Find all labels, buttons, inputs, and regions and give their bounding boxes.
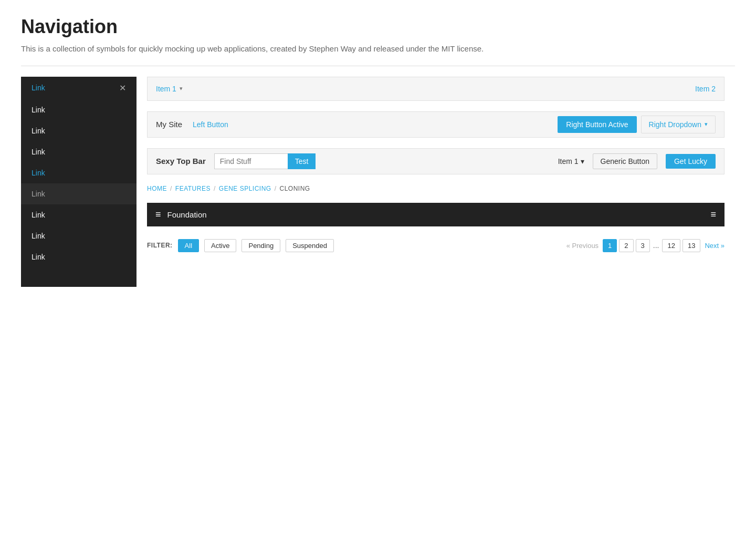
sidebar-item-1[interactable]: Link ✕	[21, 77, 136, 99]
sidebar-item-7[interactable]: Link	[21, 204, 136, 225]
filter-pagination-row: FILTER: All Active Pending Suspended « P…	[147, 237, 724, 254]
pagination-next[interactable]: Next »	[705, 242, 724, 250]
nav3-search-button[interactable]: Test	[288, 153, 316, 169]
pagination-previous[interactable]: « Previous	[566, 242, 598, 250]
filter-label: FILTER:	[147, 242, 173, 249]
nav-bar-3: Sexy Top Bar Test Item 1 ▾ Generic Butto…	[147, 148, 724, 174]
sidebar-item-8[interactable]: Link	[21, 225, 136, 246]
nav1-item1[interactable]: Item 1	[156, 85, 176, 93]
filter-all-button[interactable]: All	[178, 239, 199, 252]
divider	[21, 66, 735, 66]
sidebar-item-4[interactable]: Link	[21, 141, 136, 162]
nav3-generic-button[interactable]: Generic Button	[593, 153, 657, 169]
filter-pending-button[interactable]: Pending	[242, 239, 280, 252]
nav1-dropdown-arrow: ▾	[180, 85, 183, 92]
breadcrumb-current: CLONING	[280, 185, 310, 192]
pagination-dots: ...	[652, 241, 660, 250]
nav2-dropdown-arrow: ▾	[705, 121, 708, 128]
filter-section: FILTER: All Active Pending Suspended	[147, 239, 334, 252]
nav2-right-dropdown[interactable]: Right Dropdown ▾	[641, 116, 716, 133]
foundation-right: ≡	[710, 209, 716, 220]
pagination-page-1[interactable]: 1	[603, 239, 617, 252]
nav3-search-input[interactable]	[214, 153, 288, 169]
breadcrumb-sep-1: /	[170, 185, 172, 192]
foundation-title: Foundation	[167, 210, 207, 219]
close-icon[interactable]: ✕	[119, 83, 126, 93]
breadcrumb-home[interactable]: HOME	[147, 185, 167, 192]
nav2-brand: My Site	[156, 120, 182, 129]
hamburger-icon[interactable]: ≡	[155, 209, 161, 220]
nav2-right: Right Button Active Right Dropdown ▾	[558, 116, 716, 133]
sidebar-item-3[interactable]: Link	[21, 120, 136, 141]
nav1-left: Item 1 ▾	[156, 85, 183, 93]
breadcrumb-sep-2: /	[214, 185, 216, 192]
sidebar: Link ✕ Link Link Link Link Link Link L	[21, 77, 136, 287]
nav3-search-wrap: Test	[214, 153, 316, 169]
breadcrumb-sep-3: /	[275, 185, 277, 192]
filter-suspended-button[interactable]: Suspended	[286, 239, 334, 252]
breadcrumb-features[interactable]: FEATURES	[175, 185, 211, 192]
nav-bar-2: My Site Left Button Right Button Active …	[147, 111, 724, 138]
pagination-page-12[interactable]: 12	[662, 239, 680, 252]
nav3-brand: Sexy Top Bar	[156, 157, 206, 165]
page-title: Navigation	[21, 16, 735, 38]
nav2-right-button-active[interactable]: Right Button Active	[558, 116, 636, 133]
content-area: Item 1 ▾ Item 2 My Site Left Button Righ…	[136, 77, 735, 287]
nav3-get-lucky-button[interactable]: Get Lucky	[666, 154, 716, 169]
nav-bar-1: Item 1 ▾ Item 2	[147, 77, 724, 101]
nav2-left-button[interactable]: Left Button	[193, 120, 228, 129]
hamburger-right-icon[interactable]: ≡	[710, 209, 716, 220]
breadcrumb: HOME / FEATURES / GENE SPLICING / CLONIN…	[147, 185, 724, 192]
pagination-page-13[interactable]: 13	[682, 239, 700, 252]
pagination-page-2[interactable]: 2	[619, 239, 633, 252]
nav1-item2[interactable]: Item 2	[695, 85, 716, 93]
breadcrumb-gene-splicing[interactable]: GENE SPLICING	[219, 185, 271, 192]
foundation-left: ≡ Foundation	[155, 209, 207, 220]
nav3-item-dropdown[interactable]: Item 1 ▾	[558, 157, 584, 165]
sidebar-item-9[interactable]: Link	[21, 246, 136, 267]
foundation-bar: ≡ Foundation ≡	[147, 203, 724, 226]
sidebar-item-6[interactable]: Link	[21, 183, 136, 204]
filter-active-button[interactable]: Active	[204, 239, 236, 252]
nav3-dropdown-arrow: ▾	[581, 157, 584, 165]
nav2-left: My Site Left Button	[156, 120, 228, 129]
pagination-page-3[interactable]: 3	[636, 239, 650, 252]
sidebar-item-5[interactable]: Link	[21, 162, 136, 183]
pagination: « Previous 1 2 3 ... 12 13 Next »	[566, 239, 724, 252]
page-subtitle: This is a collection of symbols for quic…	[21, 43, 494, 55]
sidebar-item-2[interactable]: Link	[21, 99, 136, 120]
